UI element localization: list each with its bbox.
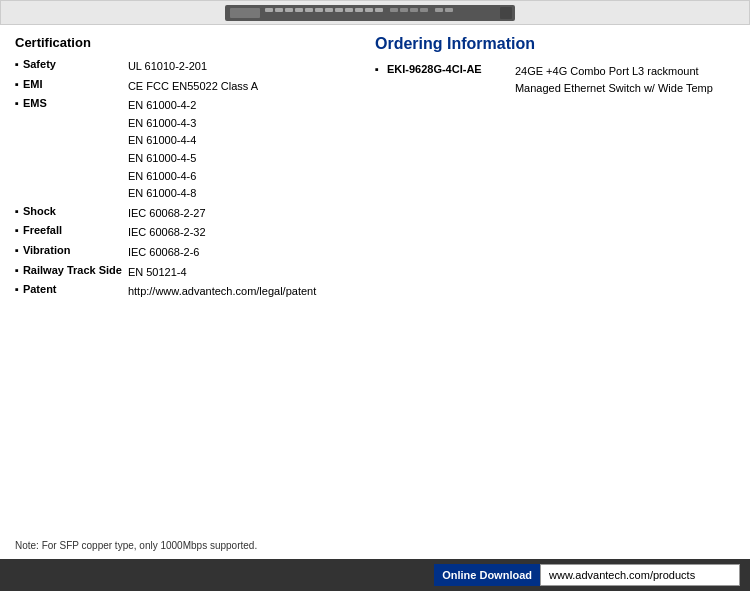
cert-label-shock: Shock (23, 205, 128, 217)
cert-value-railway: EN 50121-4 (128, 264, 187, 282)
svg-rect-1 (230, 8, 260, 18)
order-row-0: ▪ EKI-9628G-4CI-AE 24GE +4G Combo Port L… (375, 63, 735, 96)
main-content: Certification ▪ Safety UL 61010-2-201 ▪ … (0, 25, 750, 318)
cert-value-ems: EN 61000-4-2 EN 61000-4-3 EN 61000-4-4 E… (128, 97, 197, 203)
cert-row-railway: ▪ Railway Track Side EN 50121-4 (15, 264, 355, 282)
cert-label-emi: EMI (23, 78, 128, 90)
cert-label-railway: Railway Track Side (23, 264, 128, 276)
footer-online-download-label: Online Download (434, 564, 540, 586)
cert-bullet-patent: ▪ (15, 283, 19, 295)
svg-rect-19 (445, 8, 453, 12)
cert-bullet-ems: ▪ (15, 97, 19, 109)
cert-bullet-railway: ▪ (15, 264, 19, 276)
certification-title: Certification (15, 35, 355, 50)
cert-label-safety: Safety (23, 58, 128, 70)
cert-row-emi: ▪ EMI CE FCC EN55022 Class A (15, 78, 355, 96)
svg-rect-0 (225, 5, 515, 21)
footer-bar: Online Download www.advantech.com/produc… (0, 559, 750, 591)
ordering-title: Ordering Information (375, 35, 735, 53)
order-code-0: EKI-9628G-4CI-AE (387, 63, 507, 75)
cert-value-vibration: IEC 60068-2-6 (128, 244, 200, 262)
svg-rect-14 (390, 8, 398, 12)
ordering-section: Ordering Information ▪ EKI-9628G-4CI-AE … (375, 35, 735, 303)
cert-bullet-vibration: ▪ (15, 244, 19, 256)
svg-rect-2 (265, 8, 273, 12)
cert-value-freefall: IEC 60068-2-32 (128, 224, 206, 242)
cert-label-patent: Patent (23, 283, 128, 295)
cert-row-freefall: ▪ Freefall IEC 60068-2-32 (15, 224, 355, 242)
svg-rect-11 (355, 8, 363, 12)
svg-rect-20 (500, 7, 512, 19)
svg-rect-16 (410, 8, 418, 12)
svg-rect-13 (375, 8, 383, 12)
svg-rect-3 (275, 8, 283, 12)
cert-value-shock: IEC 60068-2-27 (128, 205, 206, 223)
svg-rect-7 (315, 8, 323, 12)
cert-row-ems: ▪ EMS EN 61000-4-2 EN 61000-4-3 EN 61000… (15, 97, 355, 203)
cert-row-patent: ▪ Patent http://www.advantech.com/legal/… (15, 283, 355, 301)
device-panel-svg (225, 3, 525, 23)
cert-row-shock: ▪ Shock IEC 60068-2-27 (15, 205, 355, 223)
svg-rect-15 (400, 8, 408, 12)
cert-label-freefall: Freefall (23, 224, 128, 236)
order-bullet-0: ▪ (375, 63, 379, 75)
cert-label-ems: EMS (23, 97, 128, 109)
cert-label-vibration: Vibration (23, 244, 128, 256)
svg-rect-4 (285, 8, 293, 12)
footer-url[interactable]: www.advantech.com/products (540, 564, 740, 586)
svg-rect-8 (325, 8, 333, 12)
cert-value-safety: UL 61010-2-201 (128, 58, 207, 76)
svg-rect-12 (365, 8, 373, 12)
note-area: Note: For SFP copper type, only 1000Mbps… (15, 539, 735, 551)
cert-bullet-emi: ▪ (15, 78, 19, 90)
svg-rect-10 (345, 8, 353, 12)
order-desc-0: 24GE +4G Combo Port L3 rackmount Managed… (515, 63, 735, 96)
device-image-area (0, 0, 750, 25)
certification-section: Certification ▪ Safety UL 61010-2-201 ▪ … (15, 35, 355, 303)
cert-value-patent: http://www.advantech.com/legal/patent (128, 283, 316, 301)
cert-bullet-shock: ▪ (15, 205, 19, 217)
svg-rect-5 (295, 8, 303, 12)
note-text: Note: For SFP copper type, only 1000Mbps… (15, 540, 257, 551)
cert-bullet-safety: ▪ (15, 58, 19, 70)
svg-rect-18 (435, 8, 443, 12)
cert-bullet-freefall: ▪ (15, 224, 19, 236)
svg-rect-9 (335, 8, 343, 12)
svg-rect-6 (305, 8, 313, 12)
svg-rect-17 (420, 8, 428, 12)
cert-row-vibration: ▪ Vibration IEC 60068-2-6 (15, 244, 355, 262)
cert-value-emi: CE FCC EN55022 Class A (128, 78, 258, 96)
cert-row-safety: ▪ Safety UL 61010-2-201 (15, 58, 355, 76)
